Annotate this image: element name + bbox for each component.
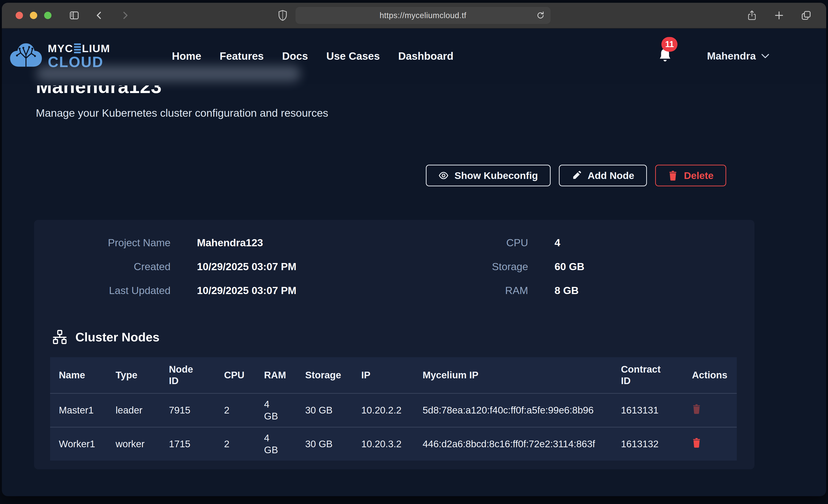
cell-cpu: 2 [224,393,264,427]
sidebar-toggle-icon[interactable] [69,10,80,21]
brand-logo[interactable]: MYCLIUM CLOUD [9,42,117,70]
col-contract-id: Contract ID [621,357,692,393]
nodes-table-container: Name Type Node ID CPU RAM Storage IP Myc… [50,357,737,461]
col-ip: IP [361,357,423,393]
share-icon[interactable] [747,10,757,21]
delete-node-button[interactable] [692,437,701,449]
cell-ip: 10.20.3.2 [361,427,423,461]
cluster-info-grid: Project Name Mahendra123 CPU 4 Created 1… [34,237,754,297]
col-cpu: CPU [224,357,264,393]
created-value: 10/29/2025 03:07 PM [170,261,400,273]
new-tab-icon[interactable] [774,10,784,21]
show-kubeconfig-button[interactable]: Show Kubeconfig [426,165,551,186]
notifications-button[interactable]: 11 [658,48,672,65]
delete-node-button[interactable] [692,404,701,415]
user-menu[interactable]: Mahendra [707,50,769,62]
cell-type: leader [116,393,169,427]
reload-icon[interactable] [536,11,545,20]
last-updated-value: 10/29/2025 03:07 PM [170,285,400,297]
nav-link-home[interactable]: Home [172,50,201,62]
storage-label: Storage [400,261,528,273]
brand-line2: CLOUD [48,55,110,69]
cell-storage: 30 GB [305,427,361,461]
cell-name: Worker1 [50,427,116,461]
address-bar[interactable]: https://myceliumcloud.tf [295,7,551,24]
ram-value: 8 GB [528,285,754,297]
cell-ip: 10.20.2.2 [361,393,423,427]
cell-contract-id: 1613131 [621,393,692,427]
minimize-window-button[interactable] [30,12,37,19]
browser-window: https://myceliumcloud.tf [2,3,826,496]
col-mycelium-ip: Mycelium IP [423,357,621,393]
cluster-actions-toolbar: Show Kubeconfig Add Node Delete [36,165,726,186]
site-header: MYCLIUM CLOUD Home Features Docs Use Cas… [2,29,826,84]
cell-type: worker [116,427,169,461]
back-icon[interactable] [94,10,105,21]
col-node-id: Node ID [169,357,224,393]
cell-mycelium-ip: 446:d2a6:8bcd:8c16:ff0f:72e2:3114:863f [423,427,621,461]
trash-icon [692,404,701,414]
cell-mycelium-ip: 5d8:78ea:a120:f40c:ff0f:a5fe:99e6:8b96 [423,393,621,427]
stylized-e-icon [74,43,81,53]
user-name: Mahendra [707,50,756,62]
table-row: Worker1 worker 1715 2 4 GB 30 GB 10.20.3… [50,427,737,461]
last-updated-label: Last Updated [34,285,170,297]
storage-value: 60 GB [528,261,754,273]
cell-actions [692,393,737,427]
nav-link-docs[interactable]: Docs [282,50,308,62]
cell-node-id: 1715 [169,427,224,461]
created-label: Created [34,261,170,273]
notification-count-badge: 11 [661,37,677,52]
cluster-nodes-title: Cluster Nodes [75,330,160,344]
page-heading-section: Mahendra123 Manage your Kubernetes clust… [2,84,826,119]
cpu-value: 4 [528,237,754,249]
close-window-button[interactable] [16,12,23,19]
project-name-label: Project Name [34,237,170,249]
url-text: https://myceliumcloud.tf [380,11,466,20]
cell-name: Master1 [50,393,116,427]
network-nodes-icon [52,330,67,344]
cell-actions [692,427,737,461]
cell-ram: 4 GB [264,427,305,461]
ram-label: RAM [400,285,528,297]
nav-link-features[interactable]: Features [220,50,264,62]
table-header-row: Name Type Node ID CPU RAM Storage IP Myc… [50,357,737,393]
delete-cluster-button[interactable]: Delete [655,165,726,186]
brand-line1: MYCLIUM [48,43,110,54]
table-row: Master1 leader 7915 2 4 GB 30 GB 10.20.2… [50,393,737,427]
main-nav: Home Features Docs Use Cases Dashboard [172,50,453,62]
cell-contract-id: 1613132 [621,427,692,461]
col-storage: Storage [305,357,361,393]
col-ram: RAM [264,357,305,393]
nav-link-use-cases[interactable]: Use Cases [326,50,380,62]
browser-toolbar: https://myceliumcloud.tf [2,3,826,29]
eye-icon [439,170,449,180]
col-name: Name [50,357,116,393]
cpu-label: CPU [400,237,528,249]
nodes-table: Name Type Node ID CPU RAM Storage IP Myc… [50,357,737,461]
zoom-window-button[interactable] [44,12,51,19]
project-name-value: Mahendra123 [170,237,400,249]
chevron-down-icon [761,53,769,58]
page-subtitle: Manage your Kubernetes cluster configura… [36,107,826,119]
cluster-details-card: Project Name Mahendra123 CPU 4 Created 1… [34,220,754,469]
tab-overview-icon[interactable] [801,10,812,21]
cell-storage: 30 GB [305,393,361,427]
add-node-button[interactable]: Add Node [559,165,647,186]
col-actions: Actions [692,357,737,393]
forward-icon[interactable] [120,10,130,21]
privacy-shield-icon [278,10,288,21]
window-controls [16,12,51,19]
page-title: Mahendra123 [36,85,826,96]
cell-ram: 4 GB [264,393,305,427]
cell-node-id: 7915 [169,393,224,427]
pencil-icon [572,170,582,180]
trash-icon [668,170,678,180]
trash-icon [692,437,701,448]
nav-link-dashboard[interactable]: Dashboard [398,50,453,62]
cell-cpu: 2 [224,427,264,461]
cluster-nodes-heading: Cluster Nodes [52,330,754,344]
col-type: Type [116,357,169,393]
mycelium-cloud-icon [9,42,43,70]
